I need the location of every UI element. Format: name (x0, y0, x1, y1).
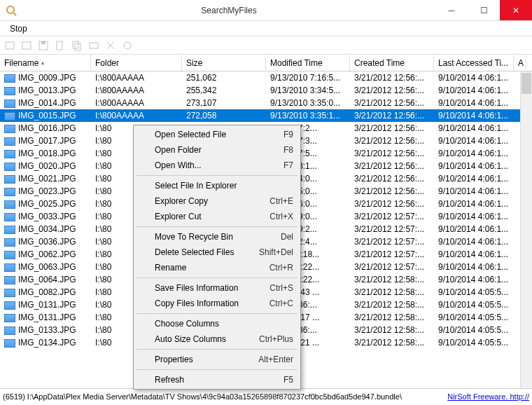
menu-stop[interactable]: Stop (4, 22, 33, 35)
context-menu-shortcut: Ctrl+Plus (259, 334, 293, 344)
cell-created: 3/21/2012 12:56:... (350, 98, 434, 108)
cell-filename: IMG_0063.JPG (0, 262, 91, 272)
cell-modified: 9/13/2010 3:35:1... (266, 111, 350, 121)
column-headers: Filename Folder Size Modified Time Creat… (0, 55, 532, 71)
context-menu-item[interactable]: Choose Columns (135, 316, 299, 331)
column-header-folder[interactable]: Folder (91, 55, 182, 71)
vertical-scrollbar[interactable] (520, 71, 532, 388)
context-menu-item[interactable]: Copy Files InformationCtrl+C (135, 296, 299, 311)
cell-created: 3/21/2012 12:58:... (350, 275, 434, 284)
toolbar-btn-2[interactable] (20, 39, 34, 53)
image-file-icon (4, 301, 15, 310)
cell-created: 3/21/2012 12:58:... (350, 338, 434, 348)
cell-filename: IMG_0015.JPG (0, 111, 91, 121)
close-button[interactable]: ✕ (500, 0, 532, 20)
file-row[interactable]: IMG_0014.JPGI:\800AAAAA273,1079/13/2010 … (0, 97, 532, 109)
image-file-icon (4, 276, 15, 284)
svg-rect-2 (6, 42, 14, 49)
svg-rect-9 (90, 43, 98, 48)
context-menu-item[interactable]: Open FolderF8 (135, 142, 299, 158)
file-row[interactable]: IMG_0015.JPGI:\800AAAAA272,0589/13/2010 … (0, 109, 532, 122)
file-row[interactable]: IMG_0009.JPGI:\800AAAAA251,0629/13/2010 … (0, 71, 532, 84)
toolbar-btn-4[interactable] (53, 39, 67, 53)
statusbar: (6519) I:\AppData\Plex Media Server\Meta… (0, 388, 532, 404)
cell-accessed: 9/10/2014 4:06:1... (434, 73, 514, 83)
window-title: SearchMyFiles (22, 6, 435, 15)
cell-folder: I:\800AAAAA (91, 73, 182, 83)
toolbar-btn-1[interactable] (3, 39, 17, 53)
context-menu-item[interactable]: Save Files InformationCtrl+S (135, 280, 299, 296)
context-menu-item[interactable]: RenameCtrl+R (135, 260, 299, 275)
context-menu-item[interactable]: Open Selected FileF9 (135, 127, 299, 142)
column-header-filename[interactable]: Filename (0, 55, 91, 71)
image-file-icon (4, 87, 15, 95)
context-menu-label: Rename (155, 263, 186, 273)
context-menu-item[interactable]: Delete Selected FilesShift+Del (135, 245, 299, 260)
image-file-icon (4, 150, 15, 158)
maximize-button[interactable]: ☐ (468, 0, 500, 20)
context-menu-label: Delete Selected Files (155, 247, 234, 257)
image-file-icon (4, 200, 15, 209)
image-file-icon (4, 226, 15, 234)
context-menu-label: Open With... (155, 160, 202, 170)
column-header-modified[interactable]: Modified Time (266, 55, 350, 71)
cell-filename: IMG_0082.JPG (0, 287, 91, 297)
cell-created: 3/21/2012 12:57:... (350, 249, 434, 259)
svg-rect-5 (41, 41, 46, 44)
cell-accessed: 9/10/2014 4:06:1... (434, 224, 514, 234)
context-menu-label: Select File In Explorer (155, 181, 237, 191)
toolbar-btn-8[interactable] (120, 39, 134, 53)
context-menu-label: Open Folder (155, 145, 202, 155)
image-file-icon (4, 112, 15, 121)
cell-created: 3/21/2012 12:56:... (350, 85, 434, 95)
context-menu-separator (136, 349, 298, 350)
cell-folder: I:\800AAAAA (91, 111, 182, 121)
context-menu-item[interactable]: Explorer CutCtrl+X (135, 209, 299, 224)
cell-modified: 9/13/2010 3:35:0... (266, 98, 350, 108)
file-row[interactable]: IMG_0013.JPGI:\800AAAAA255,3429/13/2010 … (0, 84, 532, 97)
toolbar-btn-7[interactable] (104, 39, 118, 53)
column-header-created[interactable]: Created Time (350, 55, 434, 71)
context-menu-item[interactable]: Select File In Explorer (135, 178, 299, 193)
context-menu-shortcut: Alt+Enter (258, 355, 293, 364)
context-menu-shortcut: Ctrl+S (270, 283, 293, 293)
scroll-thumb[interactable] (522, 73, 531, 94)
context-menu-item[interactable]: RefreshF5 (135, 372, 299, 387)
context-menu-label: Properties (155, 355, 193, 364)
context-menu-item[interactable]: Move To Recycle BinDel (135, 229, 299, 245)
column-header-attr[interactable]: A (514, 55, 526, 71)
svg-rect-6 (57, 41, 62, 50)
cell-accessed: 9/10/2014 4:06:1... (434, 123, 514, 133)
image-file-icon (4, 99, 15, 108)
cell-filename: IMG_0062.JPG (0, 249, 91, 259)
cell-accessed: 9/10/2014 4:05:5... (434, 287, 514, 297)
toolbar-btn-save[interactable] (36, 39, 50, 53)
context-menu-item[interactable]: Explorer CopyCtrl+E (135, 193, 299, 209)
context-menu-item[interactable]: Auto Size ColumnsCtrl+Plus (135, 331, 299, 347)
cell-accessed: 9/10/2014 4:06:1... (434, 275, 514, 284)
menubar: Stop (0, 21, 532, 36)
image-file-icon (4, 125, 15, 133)
context-menu-shortcut: F9 (284, 130, 293, 139)
status-link[interactable]: NirSoft Freeware. http:// (447, 392, 529, 401)
cell-size: 251,062 (182, 73, 266, 83)
cell-filename: IMG_0017.JPG (0, 136, 91, 146)
cell-filename: IMG_0023.JPG (0, 186, 91, 196)
context-menu-item[interactable]: Open With...F7 (135, 158, 299, 173)
context-menu: Open Selected FileF9Open FolderF8Open Wi… (133, 125, 301, 390)
cell-filename: IMG_0009.JPG (0, 73, 91, 83)
context-menu-item[interactable]: PropertiesAlt+Enter (135, 352, 299, 367)
context-menu-label: Move To Recycle Bin (155, 232, 233, 242)
toolbar-btn-copy[interactable] (70, 39, 84, 53)
column-header-size[interactable]: Size (182, 55, 266, 71)
context-menu-label: Save Files Information (155, 283, 238, 293)
context-menu-label: Choose Columns (155, 319, 219, 329)
context-menu-shortcut: Ctrl+X (270, 212, 293, 221)
toolbar-btn-6[interactable] (87, 39, 101, 53)
image-file-icon (4, 74, 15, 83)
cell-filename: IMG_0020.JPG (0, 161, 91, 171)
column-header-accessed[interactable]: Last Accessed Ti... (434, 55, 514, 71)
image-file-icon (4, 137, 15, 146)
cell-folder: I:\800AAAAA (91, 85, 182, 95)
minimize-button[interactable]: ─ (435, 0, 468, 20)
